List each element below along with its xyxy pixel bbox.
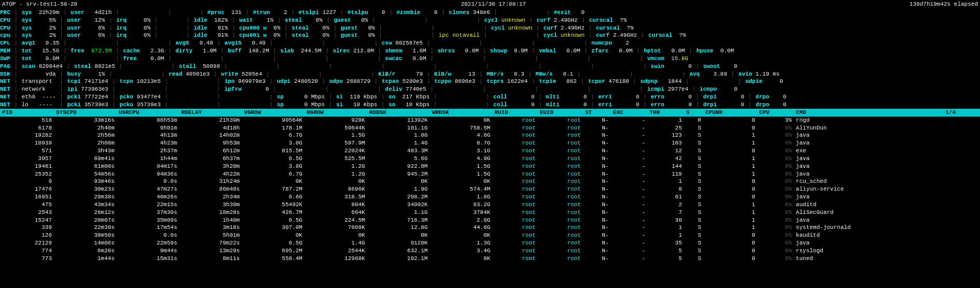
table-cell: 0%: [757, 217, 794, 224]
table-cell: root: [492, 201, 537, 209]
table-cell: 69m41s: [54, 155, 117, 163]
table-cell: 30m23s: [54, 185, 117, 193]
table-cell: 928K: [305, 117, 367, 124]
table-cell: 59644K: [305, 124, 367, 132]
table-cell: 8m11s: [179, 255, 242, 263]
table-row: 7731m44s15m31s8m11s558.4M12968K192.1M8Kr…: [0, 255, 980, 263]
table-cell: 35: [647, 239, 684, 247]
table-cell: 86h53m: [117, 117, 180, 124]
table-cell: 1: [647, 178, 684, 185]
table-cell: S: [684, 201, 703, 209]
table-cell: N-: [583, 185, 611, 193]
table-cell: root: [537, 201, 583, 209]
table-cell: java: [794, 155, 943, 163]
table-cell: 0%: [757, 132, 794, 139]
table-cell: 4h23m: [117, 139, 180, 147]
header-bar: ATOP - srv-test1-58-20 2021/11/30 17:08:…: [0, 0, 980, 9]
datetime: 2021/11/30 17:08:17: [461, 1, 526, 8]
table-cell: S: [684, 232, 703, 239]
table-cell: 10939: [0, 139, 54, 147]
col-pid: PID: [0, 109, 54, 117]
table-cell: 21h39m: [179, 117, 242, 124]
table-cell: 17476: [0, 185, 54, 193]
col-syscpu: SYSCPU: [54, 109, 117, 117]
table-cell: 9h53m: [179, 139, 242, 147]
table-cell: 20m07s: [54, 217, 117, 224]
table-cell: AliYunDun: [794, 124, 943, 132]
table-cell: 483.3M: [367, 147, 430, 155]
table-cell: 1: [647, 224, 684, 232]
table-cell: 1: [703, 139, 757, 147]
table-cell: 0: [703, 239, 757, 247]
table-cell: aliyun-service: [794, 185, 943, 193]
table-cell: 525.5M: [305, 155, 367, 163]
table-cell: root: [537, 170, 583, 178]
app-title: ATOP - srv-test1-58-20: [2, 1, 77, 8]
table-cell: -: [611, 163, 647, 170]
table-cell: kauditd: [794, 232, 943, 239]
table-cell: -: [611, 178, 647, 185]
table-cell: S: [684, 217, 703, 224]
table-cell: 0: [703, 147, 757, 155]
table-cell: -: [611, 239, 647, 247]
table-cell: N-: [583, 224, 611, 232]
table-cell: 0K: [430, 232, 492, 239]
table-cell: 178.1M: [242, 124, 305, 132]
table-cell: 9: [0, 178, 54, 185]
col-exc: EXC: [611, 109, 647, 117]
table-cell: 12: [647, 147, 684, 155]
table-cell: S: [684, 239, 703, 247]
system-stats: PRC | sys 22h29m | user 4d21h | | | #pro…: [0, 9, 980, 109]
table-cell: 3.4G: [430, 247, 492, 255]
table-cell: 22m15s: [117, 201, 180, 209]
table-row: 2535254m56s94m36s4h22m6.7G1.2G945.2M1.5G…: [0, 170, 980, 178]
process-table-body: 51833m16s86h53m21h39m90564K928K11392K0Kr…: [0, 117, 980, 263]
table-cell: 774: [0, 247, 54, 255]
table-cell: 208.2M: [367, 193, 430, 201]
table-row: 1524720m07s35m09s1h40m6.5G224.5M716.3M2.…: [0, 217, 980, 224]
table-cell: 0: [703, 255, 757, 263]
table-cell: java: [794, 139, 943, 147]
table-cell: root: [492, 247, 537, 255]
table-cell: -: [611, 155, 647, 163]
table-cell: -: [611, 117, 647, 124]
table-cell: root: [492, 139, 537, 147]
table-cell: 0%: [757, 124, 794, 132]
table-cell: 3h39m: [179, 201, 242, 209]
table-cell: 61m00s: [54, 163, 117, 170]
col-cpu: CPU: [757, 109, 794, 117]
table-cell: root: [537, 139, 583, 147]
table-cell: 632.1M: [367, 247, 430, 255]
table-cell: 101.1G: [367, 124, 430, 132]
table-cell: java: [794, 170, 943, 178]
table-cell: 0: [703, 247, 757, 255]
table-cell: 7608K: [305, 224, 367, 232]
table-cell: 1.2G: [305, 163, 367, 170]
col-vgrow: VGROW: [242, 109, 305, 117]
table-cell: S: [684, 124, 703, 132]
table-row: 1747630m23s47m27s86m40s787.2M8696K1.9G57…: [0, 185, 980, 193]
table-cell: S: [684, 155, 703, 163]
table-cell: 2: [647, 201, 684, 209]
table-cell: N-: [583, 239, 611, 247]
table-cell: 192.1M: [367, 255, 430, 263]
table-cell: AliSecGuard: [794, 209, 943, 217]
table-cell: 46m26s: [117, 193, 180, 201]
table-cell: 6.6G: [242, 193, 305, 201]
table-cell: 93m46s: [54, 178, 117, 185]
table-cell: 14m06s: [54, 239, 117, 247]
table-cell: N-: [583, 163, 611, 170]
table-cell: S: [684, 132, 703, 139]
table-cell: java: [794, 163, 943, 170]
table-cell: 758.5M: [430, 124, 492, 132]
table-cell: 6.5G: [242, 217, 305, 224]
table-cell: 787.2M: [242, 185, 305, 193]
table-cell: 773: [0, 255, 54, 263]
table-cell: 8.7G: [430, 139, 492, 147]
table-cell: tuned: [794, 255, 943, 263]
table-cell: S: [684, 185, 703, 193]
table-cell: 0: [703, 193, 757, 201]
table-cell: root: [537, 239, 583, 247]
table-cell: 6178: [0, 124, 54, 132]
table-cell: 3m18s: [179, 224, 242, 232]
